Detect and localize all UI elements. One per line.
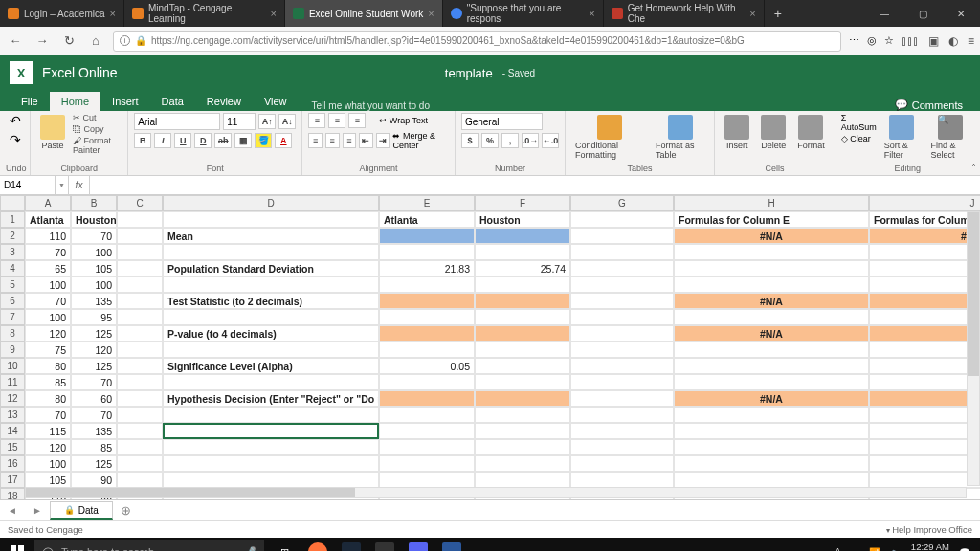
- cell[interactable]: 70: [71, 228, 117, 244]
- cell[interactable]: 110: [25, 228, 71, 244]
- currency-button[interactable]: $: [461, 133, 479, 148]
- tab-chegg[interactable]: Get Homework Help With Che×: [604, 0, 765, 27]
- cell[interactable]: [570, 390, 674, 407]
- tab-suppose[interactable]: "Suppose that you are respons×: [443, 0, 604, 27]
- cell[interactable]: [674, 309, 869, 325]
- name-box-dropdown[interactable]: ▼: [56, 176, 69, 194]
- cell[interactable]: [475, 374, 570, 390]
- column-header[interactable]: D: [163, 195, 379, 211]
- column-header[interactable]: H: [674, 195, 869, 211]
- cell[interactable]: 70: [71, 374, 117, 390]
- name-box[interactable]: D14: [0, 176, 56, 194]
- grow-font-button[interactable]: A↑: [258, 114, 276, 129]
- info-icon[interactable]: i: [120, 35, 130, 46]
- cell[interactable]: [117, 423, 163, 439]
- cell[interactable]: [570, 211, 674, 228]
- cell[interactable]: [117, 211, 163, 228]
- cell[interactable]: [163, 374, 379, 390]
- cell[interactable]: 21.83: [379, 260, 475, 276]
- menu-icon[interactable]: ≡: [968, 34, 974, 48]
- cell[interactable]: 95: [71, 309, 117, 325]
- cell[interactable]: [570, 260, 674, 276]
- cell[interactable]: [379, 325, 475, 342]
- onedrive-icon[interactable]: ☁: [850, 547, 859, 552]
- cell[interactable]: [163, 439, 379, 455]
- double-underline-button[interactable]: D: [194, 133, 212, 148]
- cell[interactable]: [869, 423, 980, 439]
- sheet-tab-data[interactable]: 🔒Data: [50, 501, 113, 520]
- column-header[interactable]: B: [71, 195, 117, 211]
- library-icon[interactable]: ⫿⫿⫿: [902, 34, 919, 48]
- cell[interactable]: [117, 309, 163, 325]
- cell[interactable]: [570, 358, 674, 374]
- word-icon[interactable]: [435, 538, 468, 551]
- app-icon[interactable]: [368, 538, 401, 551]
- cell[interactable]: [379, 309, 475, 325]
- cell[interactable]: [570, 374, 674, 390]
- home-button[interactable]: ⌂: [86, 32, 105, 51]
- cell[interactable]: [379, 374, 475, 390]
- column-header[interactable]: C: [117, 195, 163, 211]
- cell[interactable]: [117, 390, 163, 407]
- delete-cells-button[interactable]: Delete: [757, 113, 790, 152]
- close-icon[interactable]: ×: [428, 8, 434, 19]
- merge-button[interactable]: ⬌ Merge & Center: [392, 131, 448, 150]
- column-header[interactable]: A: [25, 195, 71, 211]
- cell[interactable]: [674, 439, 869, 455]
- cell[interactable]: [674, 244, 869, 260]
- firefox-icon[interactable]: [301, 538, 334, 551]
- row-header[interactable]: 18: [0, 488, 25, 499]
- cell[interactable]: [674, 358, 869, 374]
- cell[interactable]: [570, 228, 674, 244]
- align-center-button[interactable]: ≡: [325, 133, 340, 148]
- row-header[interactable]: 13: [0, 407, 25, 423]
- align-top-button[interactable]: ≡: [308, 113, 325, 128]
- cell[interactable]: [117, 407, 163, 423]
- format-as-table-button[interactable]: Format as Table: [652, 113, 708, 162]
- maximize-button[interactable]: ▢: [903, 0, 942, 27]
- cell[interactable]: 125: [71, 358, 117, 374]
- steam-icon[interactable]: [335, 538, 368, 551]
- border-button[interactable]: ▦: [234, 133, 252, 148]
- tab-data[interactable]: Data: [150, 92, 195, 111]
- cell[interactable]: 60: [71, 390, 117, 407]
- cell[interactable]: [117, 293, 163, 309]
- cell[interactable]: [869, 342, 980, 358]
- font-selector[interactable]: [134, 113, 220, 130]
- cell[interactable]: 75: [25, 342, 71, 358]
- tab-mindtap[interactable]: MindTap - Cengage Learning×: [124, 0, 285, 27]
- cell[interactable]: [869, 407, 980, 423]
- cell[interactable]: [117, 374, 163, 390]
- cell[interactable]: Atlanta: [25, 211, 71, 228]
- clock[interactable]: 12:29 AM2/4/2019: [911, 542, 949, 551]
- cell[interactable]: [379, 455, 475, 472]
- cell[interactable]: [163, 211, 379, 228]
- tab-academica[interactable]: Login – Academica×: [0, 0, 124, 27]
- bookmark-icon[interactable]: ☆: [884, 34, 894, 47]
- cell[interactable]: #N/A: [674, 390, 869, 407]
- account-icon[interactable]: ◐: [948, 34, 958, 48]
- find-select-button[interactable]: 🔍Find & Select: [927, 113, 974, 162]
- cell[interactable]: Houston: [475, 211, 570, 228]
- row-header[interactable]: 16: [0, 455, 25, 472]
- tell-me-input[interactable]: Tell me what you want to do: [312, 100, 430, 111]
- cell[interactable]: [379, 342, 475, 358]
- cell[interactable]: [570, 276, 674, 293]
- row-header[interactable]: 2: [0, 228, 25, 244]
- cell[interactable]: 65: [25, 260, 71, 276]
- cell[interactable]: 135: [71, 423, 117, 439]
- column-header[interactable]: G: [570, 195, 674, 211]
- cell[interactable]: 100: [25, 309, 71, 325]
- cell[interactable]: [379, 423, 475, 439]
- cell[interactable]: [570, 325, 674, 342]
- autosum-button[interactable]: Σ AutoSum: [841, 113, 877, 132]
- comma-button[interactable]: ,: [501, 133, 519, 148]
- row-header[interactable]: 6: [0, 293, 25, 309]
- cell[interactable]: [570, 309, 674, 325]
- cell[interactable]: [163, 423, 379, 439]
- column-header[interactable]: J: [869, 195, 980, 211]
- status-right[interactable]: ▾ Help Improve Office: [886, 524, 972, 535]
- mic-icon[interactable]: 🎤: [243, 546, 256, 552]
- row-header[interactable]: 15: [0, 439, 25, 455]
- cell[interactable]: [475, 342, 570, 358]
